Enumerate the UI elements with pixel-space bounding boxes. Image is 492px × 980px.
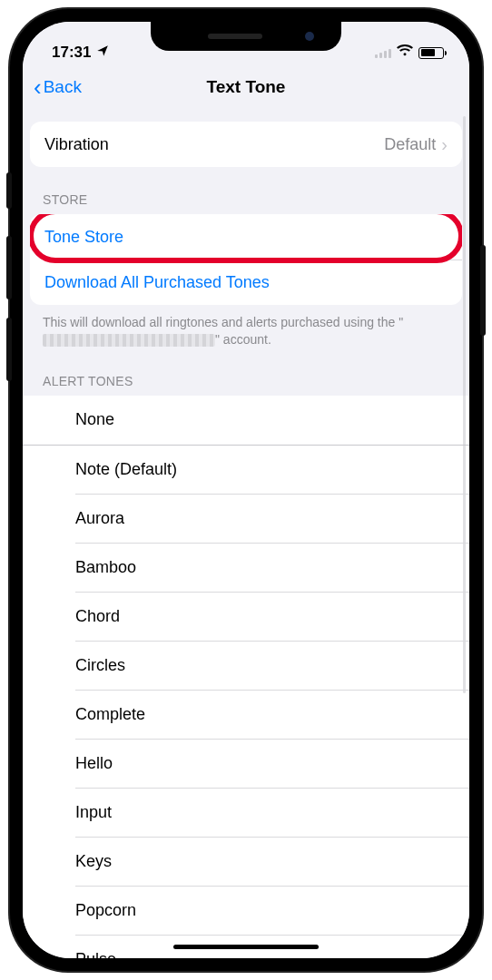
vibration-label: Vibration	[44, 135, 384, 154]
alert-tones-list: None Note (Default) Aurora Bamboo Chord …	[23, 396, 469, 958]
download-all-label: Download All Purchased Tones	[44, 273, 448, 292]
store-footer-note: This will download all ringtones and ale…	[23, 305, 469, 348]
page-title: Text Tone	[207, 77, 286, 97]
wifi-icon	[397, 44, 413, 62]
tone-row-hello[interactable]: Hello	[23, 739, 469, 788]
tone-row-complete[interactable]: Complete	[23, 690, 469, 739]
status-time: 17:31	[52, 44, 91, 62]
front-camera	[305, 32, 314, 41]
vibration-section: Vibration Default ›	[30, 122, 462, 167]
tone-store-row[interactable]: Tone Store	[30, 214, 462, 260]
tone-store-label: Tone Store	[44, 228, 448, 247]
redacted-account	[43, 334, 215, 347]
tone-row-popcorn[interactable]: Popcorn	[23, 886, 469, 935]
back-button[interactable]: ‹ Back	[34, 65, 82, 108]
home-indicator[interactable]	[173, 945, 319, 949]
tone-label: Hello	[75, 754, 113, 773]
tone-label: Chord	[75, 607, 120, 626]
tone-row-input[interactable]: Input	[23, 788, 469, 837]
nav-bar: ‹ Back Text Tone	[23, 65, 469, 109]
chevron-right-icon: ›	[441, 134, 448, 155]
tone-label: Circles	[75, 656, 125, 675]
tone-row-bamboo[interactable]: Bamboo	[23, 543, 469, 592]
tone-label: Input	[75, 803, 112, 822]
tone-label: Aurora	[75, 509, 124, 528]
back-label: Back	[44, 77, 82, 97]
tone-label: None	[75, 410, 114, 429]
speaker-grille	[208, 34, 262, 39]
store-section: Tone Store Download All Purchased Tones	[30, 214, 462, 305]
vibration-value: Default	[384, 135, 436, 154]
tone-label: Keys	[75, 852, 112, 871]
tone-row-chord[interactable]: Chord	[23, 592, 469, 641]
tone-label: Note (Default)	[75, 460, 177, 479]
screen: 17:31 ‹ Back Text Tone	[23, 22, 469, 958]
tone-row-aurora[interactable]: Aurora	[23, 494, 469, 543]
tone-row-keys[interactable]: Keys	[23, 837, 469, 886]
tone-row-note[interactable]: Note (Default)	[23, 445, 469, 494]
volume-up-button	[6, 236, 12, 299]
phone-frame: 17:31 ‹ Back Text Tone	[10, 9, 482, 971]
tone-label: Complete	[75, 705, 145, 724]
notch	[151, 22, 341, 51]
tone-row-none[interactable]: None	[23, 396, 469, 445]
tone-label: Pulse	[75, 950, 116, 958]
location-arrow-icon	[96, 44, 109, 62]
vibration-row[interactable]: Vibration Default ›	[30, 122, 462, 167]
store-footer-prefix: This will download all ringtones and ale…	[43, 315, 403, 329]
store-header: STORE	[23, 167, 469, 214]
side-button	[480, 245, 486, 336]
chevron-left-icon: ‹	[34, 75, 42, 99]
content-scroll[interactable]: Vibration Default › STORE Tone Store Dow…	[23, 109, 469, 958]
tone-label: Bamboo	[75, 558, 136, 577]
alert-tones-header: ALERT TONES	[23, 348, 469, 396]
volume-down-button	[6, 318, 12, 381]
battery-icon	[418, 47, 444, 59]
mute-switch	[6, 172, 12, 209]
cell-signal-icon	[375, 47, 391, 58]
store-footer-suffix: " account.	[215, 332, 271, 347]
tone-label: Popcorn	[75, 901, 136, 920]
tone-row-circles[interactable]: Circles	[23, 641, 469, 690]
download-all-row[interactable]: Download All Purchased Tones	[30, 260, 462, 305]
